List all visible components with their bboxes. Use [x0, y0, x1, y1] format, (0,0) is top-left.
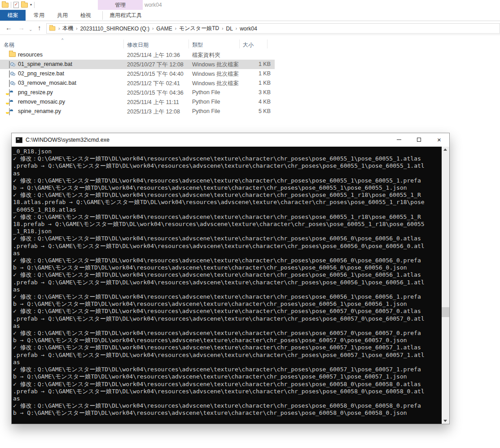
column-header-date[interactable]: 修改日期 [127, 41, 149, 49]
cmd-output-line: ✓ 修改：Q:\GAME\モンスター娘TD\DL\work04\resource… [13, 330, 440, 337]
breadcrumb-game[interactable]: GAME [154, 26, 174, 32]
cmd-output-line: .prefab → Q:\GAME\モンスター娘TD\DL\work04\res… [13, 315, 440, 322]
breadcrumb-work04[interactable]: work04 [238, 26, 259, 32]
cmd-output-line: ✓ 修改：Q:\GAME\モンスター娘TD\DL\work04\resource… [13, 308, 440, 315]
recent-locations-icon[interactable]: ⌄ [29, 25, 32, 35]
cmd-output-line: ✓ 修改：Q:\GAME\モンスター娘TD\DL\work04\resource… [13, 366, 440, 373]
file-name: resources [18, 52, 43, 58]
cmd-output-text: _0_R18.json✓ 修改：Q:\GAME\モンスター娘TD\DL\work… [13, 148, 440, 417]
maximize-icon [417, 138, 421, 142]
breadcrumb-dl[interactable]: DL [224, 26, 234, 32]
cmd-output-line: ✓ 修改：Q:\GAME\モンスター娘TD\DL\work04\resource… [13, 344, 440, 351]
properties-check-icon[interactable] [13, 2, 19, 8]
tab-home[interactable]: 常用 [27, 10, 51, 21]
file-name: 01_spine_rename.bat [18, 61, 72, 67]
file-row-spine-rename-py[interactable]: spine_rename.py 2025/11/3 上午 12:08 Pytho… [0, 107, 500, 116]
cmd-output-line: b → Q:\GAME\モンスター娘TD\DL\work04\resources… [13, 264, 440, 271]
scroll-up-icon[interactable] [443, 148, 447, 151]
breadcrumb-this-pc[interactable]: 本機 [61, 25, 75, 32]
breadcrumb-chevron-icon: › [151, 26, 154, 31]
tab-application-tools[interactable]: 應用程式工具 [104, 10, 147, 21]
cmd-output-line: ✓ 修改：Q:\GAME\モンスター娘TD\DL\work04\resource… [13, 213, 440, 221]
column-divider[interactable] [123, 39, 124, 48]
file-list: resources 2025/11/4 上午 10:36 檔案資料夾 01_sp… [0, 50, 500, 116]
cmd-icon [16, 137, 22, 143]
manage-contextual-tab-header: 管理 [98, 0, 143, 10]
file-size: 1 KB [243, 80, 271, 86]
file-row-03-remove-mosaic-bat[interactable]: 03_remove_mosaic.bat 2025/11/2 下午 02:41 … [0, 78, 500, 88]
cmd-output-line: as [13, 395, 440, 402]
cmd-output-line: .prefab → Q:\GAME\モンスター娘TD\DL\work04\res… [13, 243, 440, 250]
cmd-output-line: .prefab → Q:\GAME\モンスター娘TD\DL\work04\res… [13, 352, 440, 359]
cmd-output-line: ✓ 修改：Q:\GAME\モンスター娘TD\DL\work04\resource… [13, 177, 440, 184]
batch-file-icon [9, 70, 10, 78]
divider [102, 11, 103, 20]
back-icon[interactable]: ← [5, 23, 12, 33]
column-header-name[interactable]: 名稱 [4, 41, 14, 49]
cmd-output-line: b → Q:\GAME\モンスター娘TD\DL\work04\resources… [13, 300, 440, 308]
file-date: 2025/10/15 下午 04:36 [127, 89, 184, 97]
breadcrumb-chevron-icon: › [57, 26, 61, 31]
tab-file[interactable]: 檔案 [0, 10, 26, 21]
minimize-icon [397, 139, 401, 140]
forward-icon[interactable]: → [18, 23, 25, 33]
close-icon: × [437, 136, 441, 143]
file-size: 4 KB [243, 99, 271, 105]
file-row-resources[interactable]: resources 2025/11/4 上午 10:36 檔案資料夾 [0, 50, 500, 60]
cmd-output-line: ✓ 修改：Q:\GAME\モンスター娘TD\DL\work04\resource… [13, 191, 440, 199]
up-icon[interactable]: ↑ [38, 23, 41, 33]
column-divider[interactable] [267, 39, 268, 48]
cmd-output-line: b → Q:\GAME\モンスター娘TD\DL\work04\resources… [13, 373, 440, 380]
breadcrumb-monster-musume-td[interactable]: モンスター娘TD [177, 25, 221, 32]
cmd-window: C:\WINDOWS\system32\cmd.exe × _0_R18.jso… [11, 133, 450, 424]
breadcrumb-chevron-icon: › [75, 26, 78, 31]
file-date: 2025/11/2 下午 02:41 [127, 80, 180, 87]
maximize-button[interactable] [409, 133, 429, 146]
customize-toolbar-dropdown-icon[interactable]: ▾ [30, 3, 32, 7]
file-name: remove_mosaic.py [18, 99, 65, 105]
cmd-output-line: 18.atlas.prefab → Q:\GAME\モンスター娘TD\DL\wo… [13, 199, 440, 206]
file-row-remove-mosaic-py[interactable]: remove_mosaic.py 2025/11/4 上午 11:11 Pyth… [0, 97, 500, 107]
breadcrumb-drive[interactable]: 20231110_SHIRONEKO (Q:) [79, 26, 151, 32]
file-row-02-png-resize-bat[interactable]: 02_png_resize.bat 2025/10/15 下午 04:40 Wi… [0, 69, 500, 78]
file-row-01-spine-rename-bat[interactable]: 01_spine_rename.bat 2025/10/27 下午 12:08 … [0, 60, 500, 69]
cmd-output-line: ✓ 修改：Q:\GAME\モンスター娘TD\DL\work04\resource… [13, 402, 440, 409]
address-bar[interactable]: › 本機 › 20231110_SHIRONEKO (Q:) › GAME › … [46, 23, 500, 34]
folder-icon[interactable] [2, 3, 9, 8]
cmd-output-line: b → Q:\GAME\モンスター娘TD\DL\work04\resources… [13, 184, 440, 191]
file-name: spine_rename.py [18, 108, 61, 114]
divider [34, 2, 35, 8]
minimize-button[interactable] [389, 133, 409, 146]
tab-share[interactable]: 共用 [51, 10, 74, 21]
close-button[interactable]: × [429, 133, 449, 146]
breadcrumb-chevron-icon: › [235, 26, 238, 31]
file-date: 2025/11/3 上午 12:08 [127, 108, 180, 116]
cmd-scrollbar[interactable] [442, 147, 449, 424]
address-folder-icon [49, 26, 56, 31]
cmd-output-line: as [13, 250, 440, 257]
cmd-output-line: b → Q:\GAME\モンスター娘TD\DL\work04\resources… [13, 337, 440, 344]
column-divider[interactable] [189, 39, 189, 48]
cmd-output-line: as [13, 286, 440, 293]
scroll-down-icon[interactable] [443, 420, 447, 422]
cmd-output-line: ✓ 修改：Q:\GAME\モンスター娘TD\DL\work04\resource… [13, 381, 440, 388]
cmd-output-line: ✓ 修改：Q:\GAME\モンスター娘TD\DL\work04\resource… [13, 155, 440, 162]
column-header-type[interactable]: 類型 [192, 41, 203, 49]
file-type: Windows 批次檔案 [192, 70, 239, 78]
file-type: Windows 批次檔案 [192, 61, 239, 69]
file-list-header: ^ 名稱 修改日期 類型 大小 [0, 38, 500, 49]
file-date: 2025/10/27 下午 12:08 [127, 61, 184, 69]
new-folder-icon[interactable] [21, 3, 28, 8]
tab-view[interactable]: 檢視 [74, 10, 97, 21]
scrollbar-thumb[interactable] [442, 307, 449, 317]
cmd-output-line: ✓ 修改：Q:\GAME\モンスター娘TD\DL\work04\resource… [13, 235, 440, 242]
cmd-titlebar[interactable]: C:\WINDOWS\system32\cmd.exe × [12, 133, 449, 147]
quick-access-toolbar: ▾ [2, 1, 35, 9]
cmd-window-title: C:\WINDOWS\system32\cmd.exe [26, 137, 110, 143]
file-name: png_resize.py [18, 89, 53, 96]
file-row-png-resize-py[interactable]: png_resize.py 2025/10/15 下午 04:36 Python… [0, 88, 500, 97]
column-header-size[interactable]: 大小 [243, 41, 254, 49]
column-divider[interactable] [239, 39, 240, 48]
file-name: 03_remove_mosaic.bat [18, 80, 76, 86]
cmd-output-line: .prefab → Q:\GAME\モンスター娘TD\DL\work04\res… [13, 162, 440, 170]
